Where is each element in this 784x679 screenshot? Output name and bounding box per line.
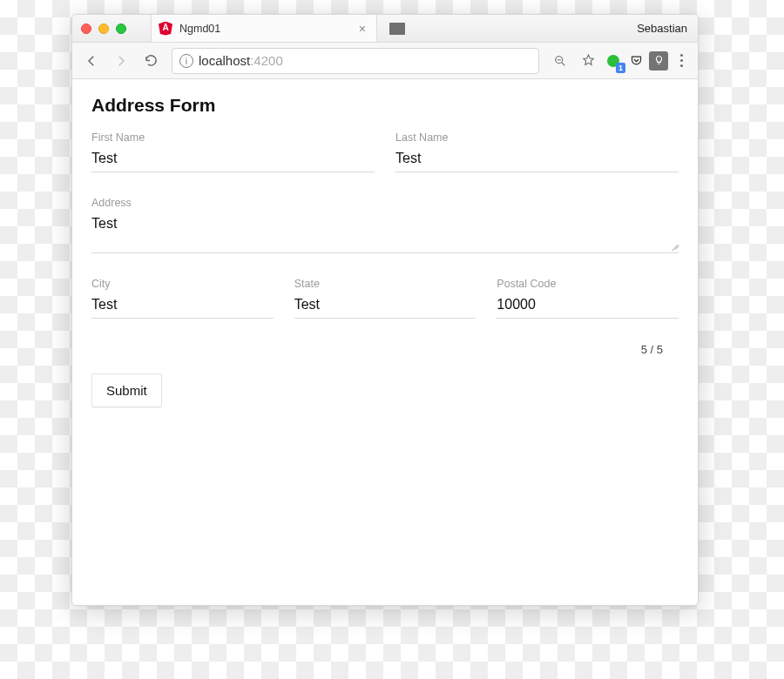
postal-code-input[interactable] — [497, 293, 679, 319]
lightbulb-icon — [652, 54, 666, 67]
field-first-name: First Name — [91, 131, 375, 172]
city-input[interactable] — [91, 293, 274, 319]
url-host: localhost — [199, 53, 250, 68]
first-name-input[interactable] — [91, 147, 375, 172]
reload-button[interactable] — [139, 49, 163, 73]
zoom-out-icon — [553, 54, 567, 68]
browser-window: A Ngmd01 × Sebastian i localhost:4200 — [71, 14, 699, 606]
state-label: State — [294, 278, 476, 290]
bookmark-button[interactable] — [576, 49, 600, 73]
page-content: Address Form First Name Last Name Addres… — [72, 79, 698, 605]
field-city: City — [91, 278, 274, 319]
pocket-icon — [630, 54, 643, 67]
address-label: Address — [91, 197, 679, 209]
page-title: Address Form — [91, 95, 679, 116]
svg-line-1 — [562, 63, 564, 65]
address-input[interactable] — [91, 212, 679, 253]
last-name-label: Last Name — [395, 131, 679, 144]
window-titlebar: A Ngmd01 × Sebastian — [72, 15, 698, 43]
city-label: City — [91, 278, 274, 290]
maximize-window-button[interactable] — [116, 24, 126, 34]
zoom-out-button[interactable] — [548, 49, 572, 73]
submit-button[interactable]: Submit — [91, 373, 162, 407]
extension-green[interactable]: 1 — [604, 51, 623, 71]
browser-menu-button[interactable] — [672, 54, 691, 67]
extension-badge: 1 — [616, 63, 625, 73]
browser-toolbar: i localhost:4200 1 — [72, 43, 698, 79]
close-window-button[interactable] — [81, 24, 91, 34]
favicon-letter: A — [162, 24, 168, 32]
extension-box[interactable] — [649, 51, 668, 71]
field-last-name: Last Name — [395, 131, 679, 172]
browser-tab[interactable]: A Ngmd01 × — [151, 15, 377, 42]
row-city-state-postal: City State Postal Code — [91, 278, 679, 319]
field-address: Address — [91, 197, 679, 253]
forward-button — [109, 49, 133, 73]
row-address: Address — [91, 197, 679, 253]
menu-dots-icon — [680, 54, 683, 57]
state-input[interactable] — [294, 293, 476, 319]
arrow-right-icon — [113, 53, 129, 69]
postal-code-counter: 5 / 5 — [91, 343, 663, 356]
reload-icon — [144, 53, 159, 68]
extension-pocket[interactable] — [626, 51, 645, 71]
tab-title: Ngmd01 — [179, 23, 352, 35]
resize-handle-icon[interactable] — [668, 239, 679, 250]
toolbar-actions: 1 — [548, 49, 691, 73]
minimize-window-button[interactable] — [98, 24, 109, 34]
angular-icon: A — [159, 22, 172, 36]
url-text: localhost:4200 — [199, 53, 283, 68]
star-icon — [581, 53, 596, 68]
row-name: First Name Last Name — [91, 131, 679, 172]
address-bar[interactable]: i localhost:4200 — [172, 48, 539, 74]
tab-close-icon[interactable]: × — [359, 22, 366, 36]
postal-code-label: Postal Code — [497, 278, 679, 290]
arrow-left-icon — [84, 53, 99, 69]
url-port: :4200 — [250, 53, 283, 68]
window-controls — [81, 24, 126, 34]
last-name-input[interactable] — [395, 147, 679, 172]
site-info-icon[interactable]: i — [179, 54, 193, 68]
back-button[interactable] — [79, 49, 104, 73]
field-postal-code: Postal Code — [497, 278, 679, 319]
profile-name[interactable]: Sebastian — [637, 22, 687, 35]
field-state: State — [294, 278, 476, 319]
new-tab-thumb[interactable] — [389, 23, 405, 35]
first-name-label: First Name — [91, 131, 375, 144]
